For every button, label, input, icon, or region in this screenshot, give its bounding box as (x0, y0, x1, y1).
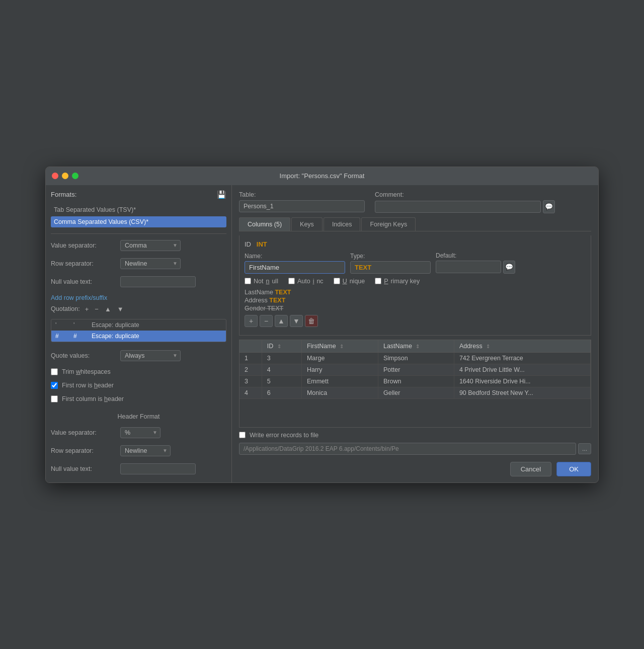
delete-button[interactable]: 🗑 (305, 315, 318, 327)
ok-button[interactable]: OK (556, 462, 591, 476)
tab-columns[interactable]: Columns (5) (239, 217, 290, 231)
move-up-button[interactable]: ▲ (275, 315, 288, 327)
th-address[interactable]: Address ⇕ (454, 340, 590, 353)
row-num-1: 1 (239, 352, 262, 364)
header-row-sep-select[interactable]: Newline (120, 445, 171, 456)
cell-ln-4: Geller (378, 387, 454, 398)
trim-whitespaces-label: Trim whitespaces (62, 368, 111, 375)
primary-key-checkbox[interactable] (375, 278, 381, 284)
cancel-button[interactable]: Cancel (510, 462, 551, 476)
formats-label: Formats: (51, 191, 76, 198)
first-col-header-checkbox[interactable] (51, 395, 58, 402)
header-format-label: Header Format (51, 413, 226, 420)
col-type-1: TEXT (275, 289, 291, 296)
th-id[interactable]: ID ⇕ (262, 340, 301, 353)
cell-addr-3: 1640 Riverside Drive Hi... (454, 375, 590, 387)
quotation-item-2[interactable]: # # Escape: duplicate (51, 331, 226, 342)
comment-field-group: Comment: 💬 (375, 191, 555, 213)
maximize-button[interactable] (72, 173, 78, 179)
row-separator-select[interactable]: Newline (120, 258, 181, 269)
add-column-button[interactable]: + (245, 315, 258, 327)
remove-column-button[interactable]: − (260, 315, 273, 327)
default-icon-button[interactable]: 💬 (503, 261, 515, 274)
save-icon[interactable]: 💾 (217, 190, 226, 199)
write-error-checkbox[interactable] (239, 432, 246, 438)
quotation-add-button[interactable]: + (84, 305, 90, 313)
row-num-2: 2 (239, 364, 262, 375)
col-name-group: Name: (245, 253, 345, 274)
value-separator-select[interactable]: Comma Tab Semicolon (120, 240, 181, 251)
move-down-button[interactable]: ▼ (290, 315, 303, 327)
null-value-input[interactable] (120, 276, 196, 287)
cell-fn-3: Emmett (301, 375, 378, 387)
comment-icon-button[interactable]: 💬 (543, 200, 555, 213)
comment-input[interactable] (375, 201, 541, 213)
cell-id-2: 4 (262, 364, 301, 375)
col-name-input[interactable] (245, 261, 345, 274)
file-path-row: ... (239, 443, 591, 455)
row-separator-row: Row separator: Newline ▼ (51, 258, 226, 269)
row-separator-label: Row separator: (51, 260, 116, 267)
browse-button[interactable]: ... (578, 443, 591, 454)
header-null-input[interactable] (120, 463, 196, 474)
not-null-checkbox[interactable] (245, 278, 251, 284)
col-name-label: Name: (245, 253, 345, 260)
table-row: 3 5 Emmett Brown 1640 Riverside Drive Hi… (239, 375, 591, 387)
cell-addr-2: 4 Privet Drive Little W... (454, 364, 590, 375)
col-type-group: Type: (350, 253, 431, 274)
col-list-item-1: LastName TEXT (245, 289, 586, 296)
first-col-header-row: First column is header (51, 395, 226, 402)
file-path-input[interactable] (239, 443, 576, 455)
quote-values-select[interactable]: Always (120, 350, 181, 361)
column-editor: ID INT Name: Type: Default: (239, 235, 591, 336)
primary-key-label[interactable]: Primary key (375, 278, 420, 285)
value-separator-label: Value separator: (51, 242, 116, 249)
add-prefix-suffix-link[interactable]: Add row prefix/suffix (51, 294, 226, 301)
value-separator-select-wrapper: Comma Tab Semicolon ▼ (120, 240, 181, 251)
auto-inc-checkbox[interactable] (288, 278, 295, 284)
minimize-button[interactable] (62, 173, 68, 179)
unique-checkbox[interactable] (334, 278, 340, 284)
write-error-row: Write error records to file (239, 432, 591, 439)
quotation-char1-2: # (55, 333, 65, 340)
quotation-down-button[interactable]: ▼ (116, 305, 125, 313)
main-content: Formats: 💾 Tab Separated Values (TSV)* C… (46, 185, 598, 482)
null-value-row: Null value text: (51, 276, 226, 287)
cell-fn-2: Harry (301, 364, 378, 375)
th-firstname[interactable]: FirstName ⇕ (301, 340, 378, 353)
tab-indices[interactable]: Indices (324, 217, 361, 231)
quotation-up-button[interactable]: ▲ (104, 305, 112, 313)
quotation-minus-button[interactable]: − (94, 305, 100, 313)
header-value-sep-select[interactable]: % (120, 427, 160, 438)
cell-id-1: 3 (262, 352, 301, 364)
th-lastname[interactable]: LastName ⇕ (378, 340, 454, 353)
table-input[interactable] (239, 200, 365, 212)
first-row-header-label: First row is header (62, 382, 114, 389)
col-type-input[interactable] (350, 261, 431, 274)
col-name-2: Address (245, 297, 269, 304)
cell-ln-2: Potter (378, 364, 454, 375)
first-row-header-checkbox[interactable] (51, 382, 58, 389)
trim-whitespaces-checkbox[interactable] (51, 368, 58, 375)
col-default-input[interactable] (436, 261, 501, 273)
col-list-item-2: Address TEXT (245, 297, 586, 304)
trim-whitespaces-row: Trim whitespaces (51, 368, 226, 375)
id-type-badge: INT (257, 240, 267, 248)
comment-label: Comment: (375, 191, 555, 198)
tab-foreign-keys[interactable]: Foreign Keys (361, 217, 416, 231)
table-field-group: Table: (239, 191, 365, 212)
column-id-row: ID INT (245, 240, 586, 248)
col-list-item-3: Gender TEXT (245, 305, 586, 312)
close-button[interactable] (52, 173, 58, 179)
tabs: Columns (5) Keys Indices Foreign Keys (239, 217, 591, 231)
table-row: 4 6 Monica Geller 90 Bedford Street New … (239, 387, 591, 398)
quotation-item-1[interactable]: ' ' Escape: duplicate (51, 319, 226, 331)
not-null-label[interactable]: Not null (245, 278, 278, 285)
action-buttons: Cancel OK (239, 462, 591, 476)
tab-keys[interactable]: Keys (291, 217, 323, 231)
main-window: Import: "Persons.csv" Format Formats: 💾 … (45, 167, 599, 483)
format-csv[interactable]: Comma Separated Values (CSV)* (51, 216, 226, 227)
auto-inc-label[interactable]: Auto inc (288, 278, 324, 285)
format-tsv[interactable]: Tab Separated Values (TSV)* (51, 204, 226, 215)
unique-label[interactable]: Unique (334, 278, 365, 285)
